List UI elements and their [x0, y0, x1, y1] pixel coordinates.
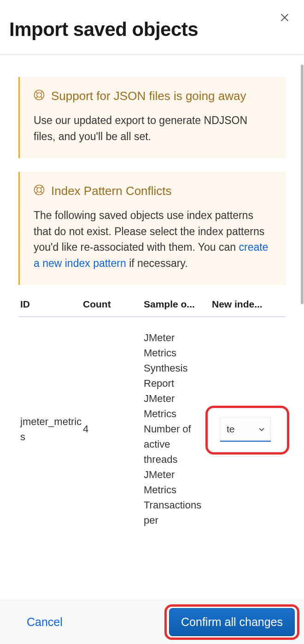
scrollbar-track[interactable] [300, 65, 304, 598]
table-header-row: ID Count Sample o... New inde... [18, 299, 286, 317]
callout-title: Index Pattern Conflicts [51, 183, 172, 199]
close-icon [280, 13, 289, 22]
callout-index-conflicts: Index Pattern Conflicts The following sa… [18, 172, 286, 285]
table-cell-count: 4 [83, 421, 144, 437]
scrollbar-thumb[interactable] [301, 65, 304, 304]
cancel-button[interactable]: Cancel [27, 615, 63, 629]
table-header-sample: Sample o... [144, 299, 212, 310]
callout-title: Support for JSON files is going away [51, 88, 246, 104]
table-header-new-index: New inde... [212, 299, 286, 310]
flyout-header: Import saved objects [0, 0, 304, 54]
table-row: jmeter_metrics 4 JMeter Metrics Synthesi… [18, 317, 286, 528]
callout-header: Index Pattern Conflicts [34, 183, 272, 199]
table-cell-id: jmeter_metrics [18, 414, 83, 444]
select-value: te [227, 422, 235, 437]
callout-body: Use our updated export to generate NDJSO… [34, 112, 272, 144]
table-cell-sample: JMeter Metrics Synthesis Report JMeter M… [144, 330, 212, 528]
flyout-content: Support for JSON files is going away Use… [0, 55, 304, 528]
table-header-count: Count [83, 299, 144, 310]
callout-body: The following saved objects use index pa… [34, 207, 272, 271]
callout-header: Support for JSON files is going away [34, 88, 272, 104]
conflicts-table: ID Count Sample o... New inde... jmeter_… [18, 299, 286, 528]
chevron-down-icon [258, 425, 265, 433]
confirm-all-changes-button[interactable]: Confirm all changes [169, 608, 295, 636]
callout-body-text-pre: The following saved objects use index pa… [34, 209, 264, 253]
table-cell-new-index: te [212, 417, 286, 442]
help-icon [34, 184, 45, 195]
callout-body-text-post: if necessary. [126, 257, 188, 269]
index-pattern-select[interactable]: te [220, 417, 271, 442]
callout-json-deprecation: Support for JSON files is going away Use… [18, 77, 286, 158]
close-button[interactable] [280, 13, 289, 22]
table-header-id: ID [18, 299, 83, 310]
page-title: Import saved objects [9, 18, 295, 41]
help-icon [34, 89, 45, 100]
select-wrap: te [212, 417, 286, 442]
confirm-wrap: Confirm all changes [169, 608, 295, 636]
flyout-footer: Cancel Confirm all changes [0, 600, 304, 644]
